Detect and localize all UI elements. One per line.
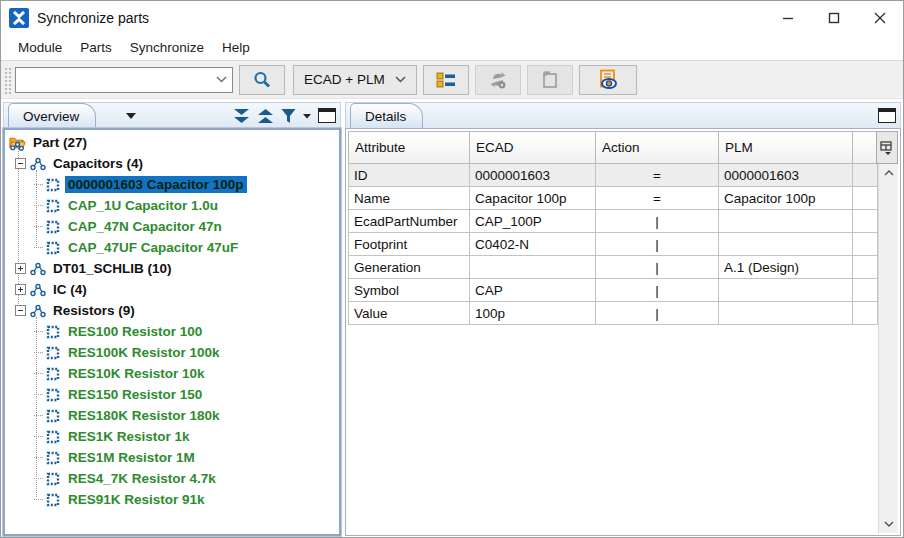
group-molecule-icon — [29, 303, 46, 319]
menu-parts[interactable]: Parts — [71, 36, 121, 59]
menu-module[interactable]: Module — [9, 36, 71, 59]
header-ecad[interactable]: ECAD — [470, 131, 596, 164]
collapse-expander-icon[interactable] — [15, 305, 26, 316]
tree-item-part-root[interactable]: Part (27) — [7, 132, 339, 153]
tree-item-res100[interactable]: RES100 Resistor 100 — [7, 321, 339, 342]
mode-dropdown[interactable]: ECAD + PLM — [293, 65, 417, 95]
details-table: Attribute ECAD Action PLM — [345, 128, 901, 536]
action-pipe: | — [596, 279, 719, 302]
column-chooser-button[interactable] — [876, 131, 898, 164]
tree-item-res4-7k[interactable]: RES4_7K Resistor 4.7k — [7, 468, 339, 489]
tree-item-label: IC (4) — [50, 281, 90, 298]
tree-item-label: CAP_47N Capacitor 47n — [65, 218, 225, 235]
action-equal: = — [596, 187, 719, 210]
table-row-id[interactable]: ID 0000001603 = 0000001603 — [348, 164, 878, 187]
mode-chevron-icon — [395, 76, 406, 83]
tree-item-label: RES4_7K Resistor 4.7k — [65, 470, 219, 487]
tree-item-label: RES180K Resistor 180k — [65, 407, 223, 424]
expand-all-icon[interactable] — [233, 108, 250, 124]
expand-expander-icon[interactable] — [15, 284, 26, 295]
scroll-down-icon[interactable] — [879, 515, 899, 533]
sync-gear-icon — [487, 70, 509, 90]
header-action[interactable]: Action — [596, 131, 719, 164]
chip-icon — [44, 198, 61, 214]
tree-item-res180k[interactable]: RES180K Resistor 180k — [7, 405, 339, 426]
scroll-up-icon[interactable] — [879, 164, 899, 182]
vertical-scrollbar[interactable] — [878, 164, 898, 533]
tree-item-resistors[interactable]: Resistors (9) — [7, 300, 339, 321]
synchronize-button[interactable] — [475, 65, 521, 95]
tree-item-label: RES91K Resistor 91k — [65, 491, 208, 508]
tree-item-res100k[interactable]: RES100K Resistor 100k — [7, 342, 339, 363]
details-panel: Details Attribute ECAD Action PLM — [345, 102, 901, 536]
tab-details[interactable]: Details — [350, 103, 423, 128]
mode-dropdown-label: ECAD + PLM — [304, 72, 385, 87]
tree-item-capacitors[interactable]: Capacitors (4) — [7, 153, 339, 174]
tree-item-ic[interactable]: IC (4) — [7, 279, 339, 300]
tree-item-res1k[interactable]: RES1K Resistor 1k — [7, 426, 339, 447]
table-row-value[interactable]: Value 100p | — [348, 302, 878, 325]
minimize-button[interactable] — [765, 1, 811, 35]
view-log-button[interactable] — [579, 65, 637, 95]
tree-item-res1m[interactable]: RES1M Resistor 1M — [7, 447, 339, 468]
overview-maximize-icon[interactable] — [318, 108, 336, 123]
chip-icon — [44, 492, 61, 508]
close-button[interactable] — [857, 1, 903, 35]
search-button[interactable] — [239, 65, 285, 95]
header-attribute[interactable]: Attribute — [348, 131, 470, 164]
chip-icon — [44, 408, 61, 424]
table-row-ecadpartnumber[interactable]: EcadPartNumber CAP_100P | — [348, 210, 878, 233]
tree-item-label: CAP_1U Capacitor 1.0u — [65, 197, 221, 214]
tree-item-dt01-schlib[interactable]: DT01_SCHLIB (10) — [7, 258, 339, 279]
table-row-symbol[interactable]: Symbol CAP | — [348, 279, 878, 302]
tree-item-cap-47n[interactable]: CAP_47N Capacitor 47n — [7, 216, 339, 237]
action-pipe: | — [596, 210, 719, 233]
main-area: Overview — [1, 99, 903, 538]
details-table-header: Attribute ECAD Action PLM — [348, 131, 898, 164]
chip-icon — [44, 345, 61, 361]
tab-overview[interactable]: Overview — [8, 103, 96, 128]
action-pipe: | — [596, 233, 719, 256]
tree-item-label: RES150 Resistor 150 — [65, 386, 205, 403]
search-input[interactable] — [16, 69, 210, 91]
toolbar-grip[interactable] — [3, 66, 11, 94]
expand-expander-icon[interactable] — [15, 263, 26, 274]
tree-item-res150[interactable]: RES150 Resistor 150 — [7, 384, 339, 405]
header-plm[interactable]: PLM — [719, 131, 853, 164]
tree-item-0000001603[interactable]: 0000001603 Capacitor 100p — [7, 174, 339, 195]
action-equal: = — [596, 164, 719, 187]
filter-caret-icon[interactable] — [303, 113, 311, 119]
collapse-all-icon[interactable] — [257, 108, 274, 124]
chip-icon — [44, 177, 61, 193]
title-bar: Synchronize parts — [1, 1, 903, 35]
menu-help[interactable]: Help — [213, 36, 259, 59]
action-pipe: | — [596, 302, 719, 325]
tree-item-cap-47uf[interactable]: CAP_47UF Capacitor 47uF — [7, 237, 339, 258]
details-maximize-icon[interactable] — [878, 108, 896, 123]
tree-item-res10k[interactable]: RES10K Resistor 10k — [7, 363, 339, 384]
maximize-button[interactable] — [811, 1, 857, 35]
display-options-button[interactable] — [423, 65, 469, 95]
table-row-footprint[interactable]: Footprint C0402-N | — [348, 233, 878, 256]
tab-dropdown-icon[interactable] — [126, 112, 136, 120]
app-logo-icon — [9, 8, 29, 28]
tree-item-label: RES100 Resistor 100 — [65, 323, 205, 340]
tree-item-cap-1u[interactable]: CAP_1U Capacitor 1.0u — [7, 195, 339, 216]
tree-item-res91k[interactable]: RES91K Resistor 91k — [7, 489, 339, 510]
menu-synchronize[interactable]: Synchronize — [121, 36, 213, 59]
filter-icon[interactable] — [281, 108, 296, 124]
combo-chevron-icon[interactable] — [210, 76, 232, 83]
action-pipe: | — [596, 256, 719, 279]
group-molecule-icon — [29, 261, 46, 277]
tree-item-label: RES1K Resistor 1k — [65, 428, 193, 445]
tree-item-label: RES100K Resistor 100k — [65, 344, 223, 361]
table-row-name[interactable]: Name Capacitor 100p = Capacitor 100p — [348, 187, 878, 210]
tree-item-label: RES10K Resistor 10k — [65, 365, 208, 382]
tree-item-label: 0000001603 Capacitor 100p — [65, 176, 247, 193]
copy-link-button[interactable] — [527, 65, 573, 95]
tree-item-label: Part (27) — [30, 134, 90, 151]
table-row-generation[interactable]: Generation | A.1 (Design) — [348, 256, 878, 279]
view-log-eye-icon — [596, 69, 620, 91]
scrollbar-track[interactable] — [879, 182, 898, 515]
collapse-expander-icon[interactable] — [15, 158, 26, 169]
